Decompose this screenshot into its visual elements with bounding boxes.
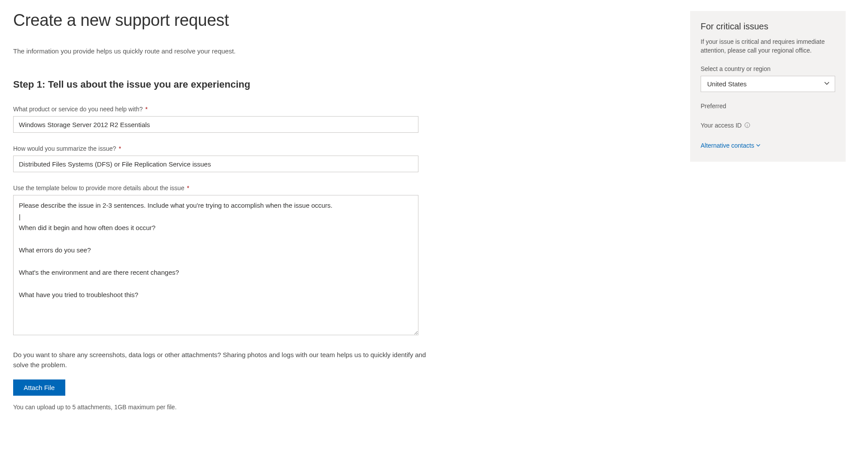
sidebar: For critical issues If your issue is cri… xyxy=(690,11,846,411)
step-heading: Step 1: Tell us about the issue you are … xyxy=(13,79,434,90)
svg-text:i: i xyxy=(747,123,748,128)
required-asterisk: * xyxy=(185,184,189,191)
main-content: Create a new support request The informa… xyxy=(13,11,434,411)
sidebar-text: If your issue is critical and requires i… xyxy=(701,38,835,55)
chevron-down-icon xyxy=(756,142,761,149)
required-asterisk: * xyxy=(144,106,148,113)
info-icon[interactable]: i xyxy=(744,122,750,129)
page-title: Create a new support request xyxy=(13,11,434,30)
attach-file-button[interactable]: Attach File xyxy=(13,379,65,396)
product-label: What product or service do you need help… xyxy=(13,106,434,113)
access-id-label-text: Your access ID xyxy=(701,122,742,129)
details-label-text: Use the template below to provide more d… xyxy=(13,184,184,191)
summary-input[interactable] xyxy=(13,156,418,172)
details-textarea[interactable]: Please describe the issue in 2-3 sentenc… xyxy=(13,195,418,335)
summary-label: How would you summarize the issue? * xyxy=(13,145,434,152)
access-id-label: Your access ID i xyxy=(701,122,835,129)
country-label: Select a country or region xyxy=(701,65,835,72)
summary-label-text: How would you summarize the issue? xyxy=(13,145,116,152)
access-id-section: Your access ID i xyxy=(701,122,835,129)
country-select-wrapper: United States xyxy=(701,76,835,92)
product-input[interactable] xyxy=(13,116,418,133)
page-subtitle: The information you provide helps us qui… xyxy=(13,47,434,55)
details-field-group: Use the template below to provide more d… xyxy=(13,184,434,337)
country-select[interactable]: United States xyxy=(701,76,835,92)
critical-issues-panel: For critical issues If your issue is cri… xyxy=(690,11,846,162)
required-asterisk: * xyxy=(117,145,121,152)
alternative-contacts-link[interactable]: Alternative contacts xyxy=(701,142,761,149)
product-label-text: What product or service do you need help… xyxy=(13,106,143,113)
attachment-hint: You can upload up to 5 attachments, 1GB … xyxy=(13,404,434,411)
summary-field-group: How would you summarize the issue? * xyxy=(13,145,434,172)
alternative-contacts-text: Alternative contacts xyxy=(701,142,754,149)
product-field-group: What product or service do you need help… xyxy=(13,106,434,133)
details-label: Use the template below to provide more d… xyxy=(13,184,434,191)
preferred-section: Preferred xyxy=(701,103,835,110)
attachment-prompt: Do you want to share any screenshots, da… xyxy=(13,350,434,370)
sidebar-title: For critical issues xyxy=(701,21,835,32)
preferred-label: Preferred xyxy=(701,103,835,110)
